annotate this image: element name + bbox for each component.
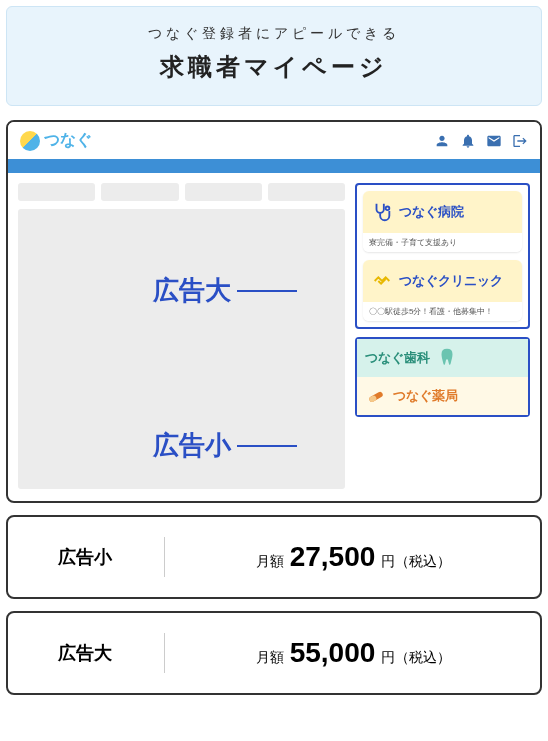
- callout-label: 広告小: [153, 428, 231, 463]
- tab-placeholder: [185, 183, 262, 201]
- callout-line: [237, 445, 297, 447]
- price-prefix: 月額: [256, 649, 284, 667]
- price-suffix: 円（税込）: [381, 553, 451, 571]
- mock-header: つなぐ: [8, 122, 540, 159]
- price-value: 月額 27,500 円（税込）: [179, 541, 528, 573]
- hero-banner: つなぐ登録者にアピールできる 求職者マイページ: [6, 6, 542, 106]
- callout-line: [237, 290, 297, 292]
- price-value: 月額 55,000 円（税込）: [179, 637, 528, 669]
- ad-title: つなぐクリニック: [399, 272, 503, 290]
- divider: [164, 537, 165, 577]
- mypage-mockup: つなぐ 広告大 広告小: [6, 120, 542, 503]
- price-prefix: 月額: [256, 553, 284, 571]
- price-label: 広告小: [20, 545, 150, 569]
- price-amount: 27,500: [290, 541, 376, 573]
- callout-ad-large: 広告大: [153, 273, 297, 308]
- ad-title: つなぐ病院: [399, 203, 464, 221]
- tab-placeholder: [101, 183, 178, 201]
- ad-sidebar: つなぐ病院 寮完備・子育て支援あり つなぐクリニック 〇〇駅徒歩5分！看護・他募…: [355, 183, 530, 489]
- price-small-box: 広告小 月額 27,500 円（税込）: [6, 515, 542, 599]
- price-suffix: 円（税込）: [381, 649, 451, 667]
- price-large-box: 広告大 月額 55,000 円（税込）: [6, 611, 542, 695]
- svg-point-0: [386, 207, 390, 211]
- logo-text: つなぐ: [44, 130, 92, 151]
- nav-bar: [8, 159, 540, 173]
- tab-placeholder: [18, 183, 95, 201]
- mail-icon: [486, 133, 502, 149]
- ad-small-block: つなぐ歯科 つなぐ薬局: [355, 337, 530, 417]
- main-content-placeholder: 広告大 広告小: [18, 183, 345, 489]
- stethoscope-icon: [371, 201, 393, 223]
- ad-caption: 寮完備・子育て支援あり: [363, 233, 522, 252]
- ad-card: つなぐ病院 寮完備・子育て支援あり: [363, 191, 522, 252]
- callout-ad-small: 広告小: [153, 428, 297, 463]
- mock-body: 広告大 広告小 つなぐ病院 寮完備・子育て支援あり: [8, 173, 540, 501]
- handshake-icon: [371, 270, 393, 292]
- tabs-row: [18, 183, 345, 201]
- price-amount: 55,000: [290, 637, 376, 669]
- logout-icon: [512, 133, 528, 149]
- logo-icon: [20, 131, 40, 151]
- ad-card: つなぐクリニック 〇〇駅徒歩5分！看護・他募集中！: [363, 260, 522, 321]
- callout-label: 広告大: [153, 273, 231, 308]
- hero-title: 求職者マイページ: [17, 51, 531, 83]
- user-icon: [434, 133, 450, 149]
- pill-icon: [365, 385, 387, 407]
- tab-placeholder: [268, 183, 345, 201]
- ad-large-block: つなぐ病院 寮完備・子育て支援あり つなぐクリニック 〇〇駅徒歩5分！看護・他募…: [355, 183, 530, 329]
- ad-title: つなぐ薬局: [393, 387, 458, 405]
- ad-caption: 〇〇駅徒歩5分！看護・他募集中！: [363, 302, 522, 321]
- ad-small-row: つなぐ薬局: [357, 377, 528, 415]
- hero-subtitle: つなぐ登録者にアピールできる: [17, 25, 531, 43]
- tooth-icon: [436, 347, 458, 369]
- ad-small-row: つなぐ歯科: [357, 339, 528, 377]
- logo: つなぐ: [20, 130, 92, 151]
- header-icons: [434, 133, 528, 149]
- divider: [164, 633, 165, 673]
- ad-title: つなぐ歯科: [365, 349, 430, 367]
- bell-icon: [460, 133, 476, 149]
- price-label: 広告大: [20, 641, 150, 665]
